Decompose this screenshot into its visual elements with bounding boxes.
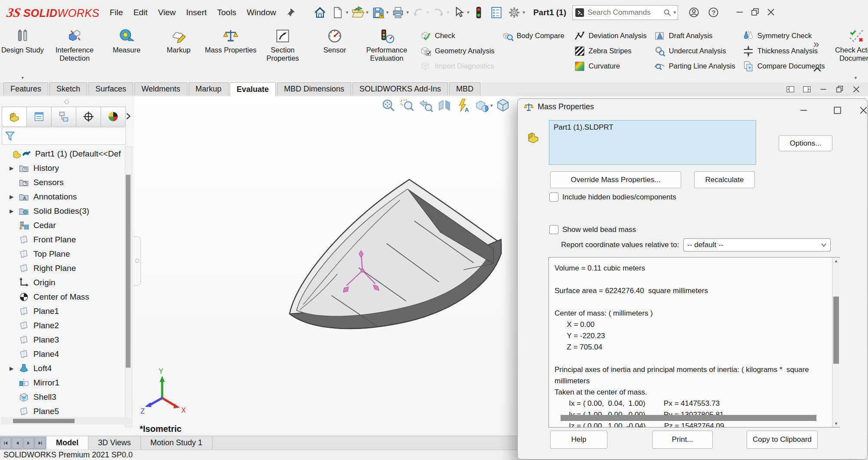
toolbar-button[interactable]: ▾ <box>431 6 449 20</box>
menu-item[interactable]: Window <box>241 0 281 25</box>
ribbon-button[interactable]: Zebra Stripes <box>570 43 650 59</box>
previous-tab-button[interactable] <box>12 437 23 449</box>
toolbar-button[interactable]: ▾ <box>452 6 470 20</box>
expand-arrow-icon[interactable] <box>10 165 18 171</box>
pin-menu-icon[interactable] <box>286 7 296 18</box>
tree-item[interactable]: Mirror1 <box>0 375 125 390</box>
menu-item[interactable]: File <box>104 0 128 25</box>
tree-item[interactable]: Plane2 <box>0 318 125 333</box>
ribbon-collapse-button[interactable] <box>812 64 823 75</box>
dropdown-caret[interactable]: ▾ <box>346 10 349 15</box>
menu-item[interactable]: Edit <box>128 0 153 25</box>
dialog-maximize-button[interactable] <box>826 102 839 113</box>
ribbon-tab[interactable]: Sketch <box>49 82 87 95</box>
results-horizontal-scrollbar[interactable] <box>561 415 816 421</box>
tree-item[interactable]: Cedar <box>0 218 125 232</box>
panel-splitter-handle[interactable] <box>134 236 141 286</box>
ribbon-overflow-button[interactable]: » <box>813 38 819 50</box>
ribbon-button[interactable]: Interference Detection <box>49 25 101 82</box>
panel-tab[interactable] <box>26 107 52 127</box>
tree-item[interactable]: Plane3 <box>0 333 125 347</box>
tree-vertical-scrollbar[interactable] <box>125 147 132 427</box>
minimize-button[interactable] <box>732 5 747 19</box>
selection-list[interactable]: Part1 (1).SLDPRT <box>549 120 756 165</box>
toolbar-button[interactable]: ▾ <box>331 6 349 20</box>
expand-arrow-icon[interactable] <box>10 208 18 214</box>
view-tool-button[interactable] <box>400 98 416 113</box>
tree-item[interactable]: Front Plane <box>0 232 125 247</box>
tree-item[interactable]: Annotations <box>0 189 125 204</box>
toolbar-button[interactable] <box>472 6 487 20</box>
show-left-pane-button[interactable] <box>782 84 799 95</box>
tree-item[interactable]: Origin <box>0 275 125 290</box>
help-icon[interactable] <box>708 7 719 18</box>
ribbon-button[interactable]: Mass Properties <box>205 25 257 82</box>
dialog-minimize-button[interactable] <box>793 102 806 113</box>
ribbon-button[interactable]: Parting Line Analysis <box>650 59 738 74</box>
account-icon[interactable] <box>688 7 700 18</box>
dropdown-caret[interactable]: ▾ <box>522 10 525 15</box>
tree-item[interactable]: Plane1 <box>0 304 125 318</box>
search-icon[interactable] <box>662 8 672 17</box>
view-tool-button[interactable] <box>418 98 434 113</box>
ribbon-button[interactable]: Markup <box>153 25 205 82</box>
view-tool-button[interactable] <box>437 98 453 113</box>
dropdown-caret[interactable]: ▾ <box>406 10 409 15</box>
doc-minimize-button[interactable] <box>815 84 832 95</box>
ribbon-button[interactable]: Check <box>416 28 498 43</box>
dropdown-caret[interactable]: ▾ <box>21 75 24 81</box>
ribbon-button[interactable]: Geometry Analysis <box>416 43 498 59</box>
ribbon-button[interactable]: Performance Evaluation <box>361 25 413 82</box>
tree-item[interactable]: Plane4 <box>0 347 125 361</box>
copy-to-clipboard-button[interactable]: Copy to Clipboard <box>747 431 818 449</box>
ribbon-tab[interactable]: Surfaces <box>88 82 133 95</box>
show-right-pane-button[interactable] <box>799 84 815 95</box>
tree-item[interactable]: Plane5 <box>0 404 125 418</box>
next-tab-button[interactable] <box>23 437 34 449</box>
expand-arrow-icon[interactable] <box>10 365 18 372</box>
dropdown-caret[interactable]: ▾ <box>386 10 389 15</box>
ribbon-button[interactable]: Body Compare <box>498 28 567 43</box>
dialog-title-bar[interactable]: Mass Properties <box>518 99 867 115</box>
toolbar-button[interactable]: ▾ <box>391 6 409 20</box>
show-weld-bead-checkbox[interactable] <box>549 225 558 234</box>
expand-arrow-icon[interactable] <box>10 194 18 200</box>
close-button[interactable] <box>763 5 779 19</box>
toolbar-button[interactable]: ▾ <box>411 6 429 20</box>
ribbon-button[interactable]: Measure <box>101 25 153 82</box>
override-mass-properties-button[interactable]: Override Mass Properties... <box>550 171 681 188</box>
ribbon-button[interactable]: Import Diagnostics <box>416 59 498 74</box>
search-box[interactable]: ▾ <box>572 5 678 20</box>
mass-properties-results[interactable]: Volume = 0.11 cubic meters Surface area … <box>548 257 840 427</box>
tree-horizontal-scrollbar[interactable] <box>1 417 131 424</box>
dropdown-caret[interactable]: ▾ <box>467 10 470 15</box>
view-tool-button[interactable] <box>456 98 472 113</box>
tree-item[interactable]: Center of Mass <box>0 290 125 304</box>
panel-tab[interactable] <box>51 107 76 127</box>
doc-close-button[interactable] <box>848 84 865 95</box>
tree-item[interactable]: Top Plane <box>0 247 125 261</box>
view-tool-button[interactable]: ▾ <box>474 98 493 113</box>
help-button[interactable]: Help <box>550 431 607 449</box>
document-tab[interactable]: Motion Study 1 <box>141 436 212 450</box>
ribbon-tab[interactable]: Weldments <box>134 82 187 95</box>
ribbon-tab[interactable]: MBD <box>449 82 480 95</box>
ribbon-tab[interactable]: MBD Dimensions <box>277 82 351 95</box>
ribbon-tab[interactable]: SOLIDWORKS Add-Ins <box>352 82 448 95</box>
results-vertical-scrollbar[interactable]: ▲ ▼ <box>832 258 840 427</box>
ribbon-button[interactable]: Sensor <box>309 25 361 82</box>
ribbon-button[interactable]: Draft Analysis <box>650 28 738 43</box>
boat-model[interactable] <box>134 96 518 436</box>
first-tab-button[interactable] <box>0 437 11 449</box>
ribbon-tab[interactable]: Evaluate <box>230 82 276 96</box>
scrollbar-thumb[interactable] <box>126 175 131 368</box>
tree-item[interactable]: Solid Bodies(3) <box>0 204 125 218</box>
ribbon-button[interactable]: Curvature <box>570 59 650 74</box>
toolbar-button[interactable]: ▾ <box>507 6 525 20</box>
dropdown-caret[interactable]: ▾ <box>427 10 429 15</box>
ribbon-button[interactable]: Section Properties <box>257 25 309 82</box>
dropdown-caret[interactable]: ▾ <box>447 10 449 15</box>
search-dropdown-caret[interactable]: ▾ <box>673 10 676 15</box>
doc-restore-button[interactable] <box>832 84 848 95</box>
dropdown-caret[interactable]: ▾ <box>366 10 369 15</box>
